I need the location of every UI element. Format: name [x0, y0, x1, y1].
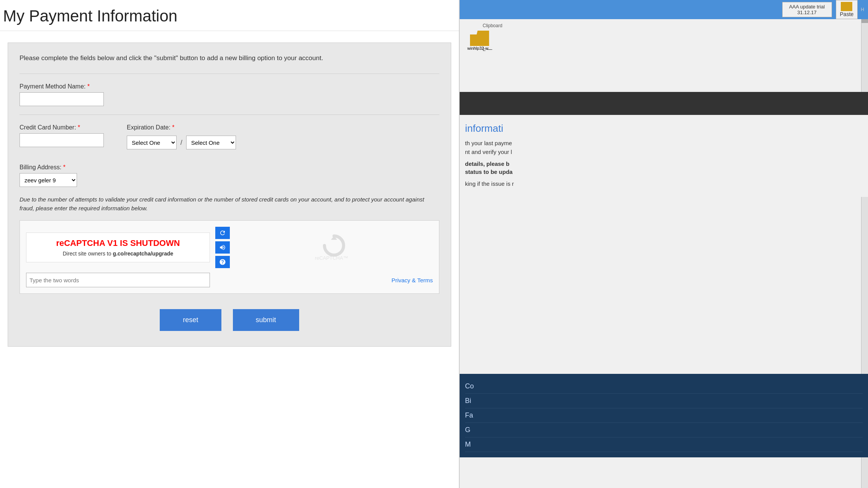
buttons-row: reset submit [20, 309, 439, 331]
intro-text: Please complete the fields below and cli… [20, 54, 439, 62]
recaptcha-buttons [215, 227, 230, 268]
form-container: Please complete the fields below and cli… [8, 43, 451, 347]
list-item-bi: Bi [465, 394, 863, 408]
payment-method-label: Payment Method Name: * [20, 83, 439, 90]
info-text3: details, please b [465, 160, 863, 167]
billing-address-select[interactable]: zeev geler 9 [20, 173, 77, 187]
divider2 [20, 115, 439, 115]
expiration-selects: Select One / Select One [127, 136, 236, 149]
aaa-update-box: AAA update trial 31.12.17 [782, 2, 832, 17]
info-panel: informati th your last payme nt and veri… [460, 115, 868, 197]
required-star4: * [63, 164, 66, 170]
recaptcha-audio-btn[interactable] [215, 241, 230, 254]
submit-button[interactable]: submit [233, 309, 299, 331]
main-content: My Payment Information Please complete t… [0, 0, 460, 488]
payment-method-input[interactable] [20, 92, 104, 106]
required-star: * [87, 83, 90, 90]
recaptcha-shutdown-title: reCAPTCHA V1 IS SHUTDOWN [33, 238, 203, 248]
clipboard-label: Clipboard [483, 23, 502, 28]
recaptcha-input-row: Privacy & Terms [26, 273, 433, 287]
recaptcha-refresh-btn[interactable] [215, 227, 230, 239]
recaptcha-help-btn[interactable] [215, 256, 230, 268]
list-item-co: Co [465, 379, 863, 394]
credit-expiry-row: Credit Card Number: * Expiration Date: *… [20, 124, 439, 156]
list-item-fa: Fa [465, 408, 863, 423]
info-title: informati [465, 123, 863, 134]
recaptcha-logo-area: reCAPTCHA™ [235, 232, 433, 263]
slash-divider: / [180, 139, 182, 147]
expiration-label: Expiration Date: * [127, 124, 236, 131]
recaptcha-shutdown-box: reCAPTCHA V1 IS SHUTDOWN Direct site own… [26, 233, 210, 262]
refresh-icon [219, 229, 226, 236]
required-star2: * [78, 124, 80, 131]
dark-bar [460, 92, 868, 115]
billing-address-group: Billing Address: * zeev geler 9 [20, 164, 439, 187]
info-text5: king if the issue is r [465, 180, 863, 187]
recaptcha-top: reCAPTCHA V1 IS SHUTDOWN Direct site own… [26, 227, 433, 268]
divider [20, 74, 439, 74]
credit-card-group: Credit Card Number: * [20, 124, 104, 147]
paste-button[interactable]: Paste [836, 0, 858, 19]
privacy-terms-link[interactable]: Privacy & Terms [391, 277, 433, 283]
audio-icon [219, 244, 226, 251]
paste-icon [841, 2, 852, 11]
help-icon [219, 259, 226, 265]
recaptcha-container: reCAPTCHA V1 IS SHUTDOWN Direct site own… [20, 220, 439, 294]
recaptcha-shutdown-desc: Direct site owners to g.co/recaptcha/upg… [33, 251, 203, 257]
right-panel: AAA update trial 31.12.17 Paste H Clipbo… [460, 0, 868, 488]
right-list: Co Bi Fa G M [460, 374, 868, 457]
expiration-month-select[interactable]: Select One [127, 136, 177, 149]
info-text4: status to be upda [465, 169, 863, 175]
reset-button[interactable]: reset [160, 309, 221, 331]
top-bar-right: AAA update trial 31.12.17 Paste H [460, 0, 868, 19]
payment-method-group: Payment Method Name: * [20, 83, 439, 106]
folder-label: winhlp32-w... [467, 46, 492, 51]
h-tab: H [861, 7, 864, 12]
list-item-m: M [465, 437, 863, 452]
paste-label: Paste [840, 11, 854, 17]
expiration-group: Expiration Date: * Select One / Select O… [127, 124, 236, 149]
page-title: My Payment Information [0, 0, 459, 31]
folder-icon-area: winhlp32-w... [467, 31, 492, 51]
list-item-g: G [465, 423, 863, 437]
billing-address-label: Billing Address: * [20, 164, 439, 171]
expiration-year-select[interactable]: Select One [186, 136, 236, 149]
fraud-warning: Due to the number of attempts to validat… [20, 195, 439, 213]
credit-card-label: Credit Card Number: * [20, 124, 104, 131]
recaptcha-logo: reCAPTCHA™ [311, 232, 357, 263]
folder-icon [470, 31, 489, 46]
required-star3: * [172, 124, 174, 131]
info-text2: nt and verify your l [465, 149, 863, 155]
svg-text:reCAPTCHA™: reCAPTCHA™ [315, 255, 348, 261]
recaptcha-text-input[interactable] [26, 273, 210, 287]
credit-card-input[interactable] [20, 133, 104, 147]
info-text1: th your last payme [465, 140, 863, 146]
